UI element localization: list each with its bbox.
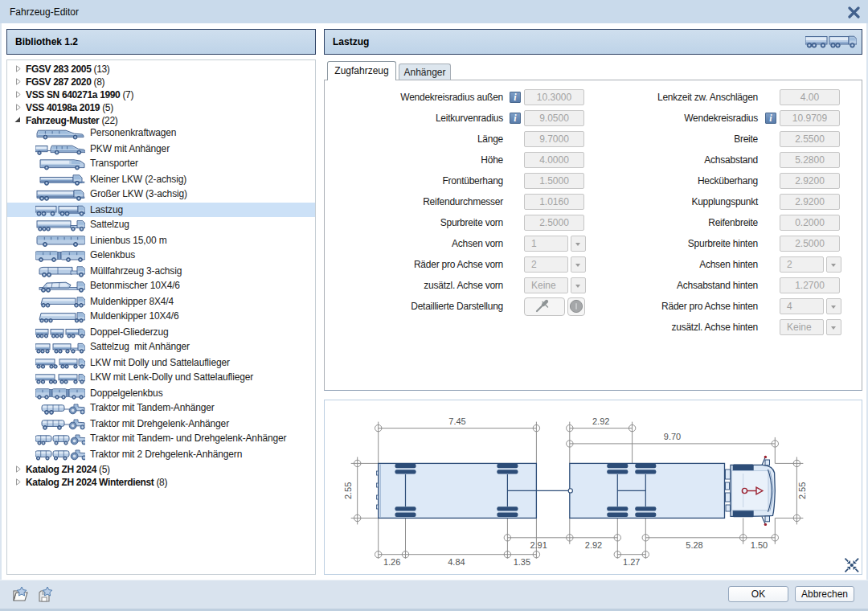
svg-text:2.91: 2.91 bbox=[530, 540, 547, 550]
svg-text:2.92: 2.92 bbox=[592, 416, 609, 426]
svg-text:2.55: 2.55 bbox=[798, 482, 808, 499]
svg-text:7.45: 7.45 bbox=[448, 416, 465, 426]
svg-text:1.50: 1.50 bbox=[751, 540, 768, 550]
svg-text:1.35: 1.35 bbox=[514, 557, 530, 567]
svg-text:2.55: 2.55 bbox=[344, 482, 354, 499]
svg-text:2.92: 2.92 bbox=[585, 540, 602, 550]
svg-text:9.70: 9.70 bbox=[664, 432, 681, 441]
svg-text:1.26: 1.26 bbox=[383, 557, 400, 567]
svg-text:4.84: 4.84 bbox=[448, 557, 465, 567]
svg-text:1.27: 1.27 bbox=[623, 557, 640, 567]
svg-text:5.28: 5.28 bbox=[686, 540, 702, 550]
